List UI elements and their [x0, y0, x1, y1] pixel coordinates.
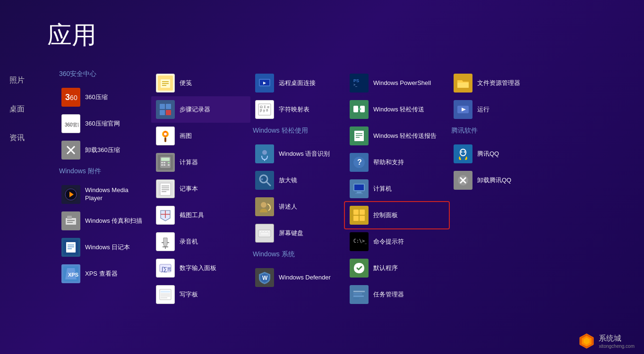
svg-text:β γ δ: β γ δ	[260, 108, 268, 112]
icon-easy-report	[350, 126, 369, 145]
app-uninstqq[interactable]: 卸载腾讯QQ	[449, 167, 543, 194]
icon-magnifier: +	[255, 171, 274, 190]
icon-computer	[350, 179, 369, 198]
app-steps[interactable]: 步骤记录器	[151, 96, 250, 123]
nav-photos[interactable]: 照片	[9, 76, 47, 85]
svg-rect-59	[163, 246, 168, 247]
app-paint[interactable]: 画图	[151, 123, 250, 149]
app-math[interactable]: ∫∑π 数字输入面板	[151, 255, 250, 281]
svg-rect-116	[357, 192, 361, 193]
svg-rect-19	[66, 242, 76, 253]
label-fax: Windows 传真和扫描	[85, 217, 142, 225]
app-task[interactable]: 任务管理器	[345, 281, 449, 308]
app-360compress[interactable]: 360 360压缩	[57, 84, 151, 110]
app-files[interactable]: 文件资源管理器	[449, 70, 543, 96]
svg-rect-115	[354, 185, 364, 190]
page-title: 应用	[47, 19, 96, 52]
svg-point-141	[464, 152, 465, 153]
app-snip[interactable]: 截图工具	[151, 202, 250, 228]
svg-rect-91	[259, 231, 261, 232]
label-write: 写字板	[180, 291, 198, 299]
svg-rect-45	[168, 162, 170, 163]
icon-calc	[156, 153, 175, 172]
column-1: 360安全中心 360 360压缩 360官网 360压缩官网 卸载360压缩 …	[57, 66, 151, 335]
app-fax[interactable]: Windows 传真和扫描	[57, 208, 151, 234]
svg-rect-68	[161, 291, 170, 293]
app-xps[interactable]: XPS XPS 查看器	[57, 261, 151, 287]
icon-360compress: 360	[61, 88, 80, 107]
svg-rect-42	[161, 158, 170, 161]
icon-files	[454, 74, 472, 93]
label-files: 文件资源管理器	[477, 79, 520, 87]
svg-text:6: 6	[70, 94, 74, 101]
app-defender[interactable]: W Windows Defender	[250, 264, 345, 291]
nav-desktop[interactable]: 桌面	[9, 104, 47, 114]
label-default: 默认程序	[373, 264, 398, 272]
label-easy-transfer: Windows 轻松传送	[373, 106, 424, 114]
svg-text:360官网: 360官网	[65, 122, 78, 127]
app-help[interactable]: ? 帮助和支持	[345, 149, 449, 176]
app-journal[interactable]: Windows 日记本	[57, 234, 151, 261]
app-easy-report[interactable]: Windows 轻松传送报告	[345, 123, 449, 149]
icon-task	[350, 285, 369, 304]
svg-rect-102	[353, 106, 358, 112]
app-write[interactable]: 写字板	[151, 281, 250, 308]
app-cmd[interactable]: C:\>_ 命令提示符	[345, 228, 449, 255]
svg-rect-35	[166, 110, 171, 115]
svg-rect-131	[353, 298, 359, 299]
svg-text:W: W	[262, 275, 268, 281]
app-easy-transfer[interactable]: Windows 轻松传送	[345, 96, 449, 123]
app-default[interactable]: 默认程序	[345, 255, 449, 281]
app-recorder[interactable]: 录音机	[151, 228, 250, 255]
svg-text:PS: PS	[353, 78, 359, 83]
app-wmp[interactable]: Windows Media Player	[57, 181, 151, 208]
app-un360[interactable]: 卸载360压缩	[57, 137, 151, 163]
app-ps[interactable]: PS>_ Windows PowerShell	[345, 70, 449, 96]
label-charmap: 字符映射表	[279, 106, 309, 114]
svg-text:>_: >_	[353, 83, 357, 87]
svg-rect-93	[265, 231, 267, 232]
app-qq[interactable]: 腾讯QQ	[449, 141, 543, 167]
label-un360: 卸载360压缩	[85, 146, 120, 154]
label-magnifier: 放大镜	[279, 177, 297, 185]
icon-remote	[255, 74, 274, 93]
icon-un360	[61, 141, 80, 160]
app-magnifier[interactable]: + 放大镜	[250, 167, 345, 194]
label-task: 任务管理器	[373, 291, 404, 299]
label-control: 控制面板	[373, 211, 398, 219]
svg-point-12	[69, 193, 72, 196]
app-charmap[interactable]: Ω Σ αβ γ δ 字符映射表	[250, 96, 345, 123]
label-wmp: Windows Media Player	[85, 186, 146, 202]
icon-osk	[255, 224, 274, 243]
nav-news[interactable]: 资讯	[9, 133, 47, 143]
column-3: 远程桌面连接 Ω Σ αβ γ δ 字符映射表 Windows 轻松使用 Win…	[250, 66, 345, 335]
app-360web[interactable]: 360官网 360压缩官网	[57, 110, 151, 137]
watermark: 系统城 xitongcheng.com	[578, 333, 635, 349]
app-run[interactable]: 运行	[449, 96, 543, 123]
app-osk[interactable]: 屏幕键盘	[250, 220, 345, 246]
svg-rect-117	[355, 193, 363, 194]
app-narrator[interactable]: 讲述人	[250, 194, 345, 220]
label-help: 帮助和支持	[373, 159, 404, 167]
icon-defender: W	[255, 268, 274, 287]
app-control[interactable]: 控制面板	[345, 202, 449, 228]
app-computer[interactable]: 计算机	[345, 176, 449, 202]
label-snip: 截图工具	[180, 211, 204, 219]
app-calc[interactable]: 计算器	[151, 149, 250, 176]
icon-write	[156, 285, 175, 304]
svg-text:∫∑π: ∫∑π	[161, 266, 171, 272]
svg-point-140	[461, 152, 463, 153]
label-narrator: 讲述人	[279, 203, 297, 211]
label-steps: 步骤记录器	[180, 106, 210, 114]
icon-notepad	[156, 74, 175, 93]
left-nav: 照片 桌面 资讯	[0, 76, 47, 143]
icon-notepad2	[156, 179, 175, 198]
app-notepad[interactable]: 便笺	[151, 70, 250, 96]
label-easy-report: Windows 轻松传送报告	[373, 132, 437, 140]
app-remote[interactable]: 远程桌面连接	[250, 70, 345, 96]
icon-ps: PS>_	[350, 74, 369, 93]
app-speech[interactable]: Windows 语音识别	[250, 141, 345, 167]
icon-recorder	[156, 232, 175, 251]
column-2: 便笺 步骤记录器 画图 计算器 记事本	[151, 66, 250, 335]
app-notepad2[interactable]: 记事本	[151, 176, 250, 202]
